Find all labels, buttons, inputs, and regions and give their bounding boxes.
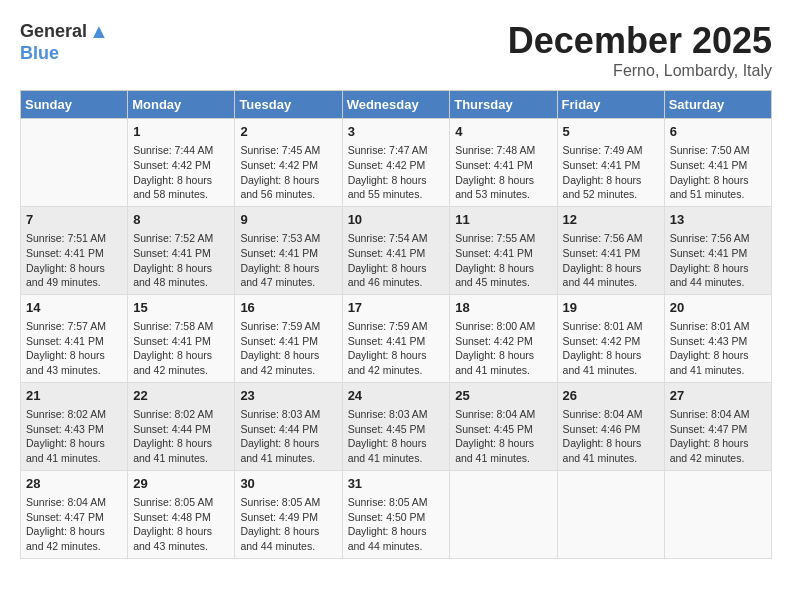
cell-info: Sunrise: 8:03 AMSunset: 4:45 PMDaylight:…: [348, 407, 445, 466]
cell-info: Sunrise: 7:52 AMSunset: 4:41 PMDaylight:…: [133, 231, 229, 290]
day-number: 6: [670, 123, 766, 141]
calendar-cell: 6Sunrise: 7:50 AMSunset: 4:41 PMDaylight…: [664, 119, 771, 207]
calendar-cell: 19Sunrise: 8:01 AMSunset: 4:42 PMDayligh…: [557, 294, 664, 382]
cell-info: Sunrise: 8:01 AMSunset: 4:42 PMDaylight:…: [563, 319, 659, 378]
calendar-cell: 17Sunrise: 7:59 AMSunset: 4:41 PMDayligh…: [342, 294, 450, 382]
day-number: 5: [563, 123, 659, 141]
calendar-cell: 26Sunrise: 8:04 AMSunset: 4:46 PMDayligh…: [557, 382, 664, 470]
day-number: 21: [26, 387, 122, 405]
calendar-cell: [664, 470, 771, 558]
calendar-cell: 11Sunrise: 7:55 AMSunset: 4:41 PMDayligh…: [450, 206, 557, 294]
day-number: 3: [348, 123, 445, 141]
calendar-cell: 15Sunrise: 7:58 AMSunset: 4:41 PMDayligh…: [128, 294, 235, 382]
cell-info: Sunrise: 7:57 AMSunset: 4:41 PMDaylight:…: [26, 319, 122, 378]
cell-info: Sunrise: 7:59 AMSunset: 4:41 PMDaylight:…: [240, 319, 336, 378]
calendar-week-row: 28Sunrise: 8:04 AMSunset: 4:47 PMDayligh…: [21, 470, 772, 558]
location-title: Ferno, Lombardy, Italy: [508, 62, 772, 80]
cell-info: Sunrise: 8:04 AMSunset: 4:45 PMDaylight:…: [455, 407, 551, 466]
calendar-week-row: 21Sunrise: 8:02 AMSunset: 4:43 PMDayligh…: [21, 382, 772, 470]
cell-info: Sunrise: 8:05 AMSunset: 4:48 PMDaylight:…: [133, 495, 229, 554]
day-number: 31: [348, 475, 445, 493]
weekday-header: Monday: [128, 91, 235, 119]
day-number: 2: [240, 123, 336, 141]
calendar-cell: 1Sunrise: 7:44 AMSunset: 4:42 PMDaylight…: [128, 119, 235, 207]
calendar-cell: 8Sunrise: 7:52 AMSunset: 4:41 PMDaylight…: [128, 206, 235, 294]
calendar-cell: 21Sunrise: 8:02 AMSunset: 4:43 PMDayligh…: [21, 382, 128, 470]
day-number: 20: [670, 299, 766, 317]
day-number: 9: [240, 211, 336, 229]
cell-info: Sunrise: 8:04 AMSunset: 4:46 PMDaylight:…: [563, 407, 659, 466]
page-header: General ▲ Blue December 2025 Ferno, Lomb…: [20, 20, 772, 80]
calendar-cell: 4Sunrise: 7:48 AMSunset: 4:41 PMDaylight…: [450, 119, 557, 207]
day-number: 27: [670, 387, 766, 405]
cell-info: Sunrise: 7:51 AMSunset: 4:41 PMDaylight:…: [26, 231, 122, 290]
day-number: 23: [240, 387, 336, 405]
calendar-cell: 24Sunrise: 8:03 AMSunset: 4:45 PMDayligh…: [342, 382, 450, 470]
calendar-cell: 31Sunrise: 8:05 AMSunset: 4:50 PMDayligh…: [342, 470, 450, 558]
weekday-header: Sunday: [21, 91, 128, 119]
day-number: 30: [240, 475, 336, 493]
calendar-cell: [557, 470, 664, 558]
day-number: 19: [563, 299, 659, 317]
cell-info: Sunrise: 7:56 AMSunset: 4:41 PMDaylight:…: [563, 231, 659, 290]
day-number: 18: [455, 299, 551, 317]
calendar-cell: 16Sunrise: 7:59 AMSunset: 4:41 PMDayligh…: [235, 294, 342, 382]
calendar-week-row: 7Sunrise: 7:51 AMSunset: 4:41 PMDaylight…: [21, 206, 772, 294]
calendar-table: SundayMondayTuesdayWednesdayThursdayFrid…: [20, 90, 772, 559]
cell-info: Sunrise: 7:59 AMSunset: 4:41 PMDaylight:…: [348, 319, 445, 378]
cell-info: Sunrise: 8:02 AMSunset: 4:44 PMDaylight:…: [133, 407, 229, 466]
day-number: 4: [455, 123, 551, 141]
calendar-cell: [450, 470, 557, 558]
logo-icon: ▲: [89, 20, 109, 43]
cell-info: Sunrise: 8:04 AMSunset: 4:47 PMDaylight:…: [670, 407, 766, 466]
cell-info: Sunrise: 7:58 AMSunset: 4:41 PMDaylight:…: [133, 319, 229, 378]
cell-info: Sunrise: 8:03 AMSunset: 4:44 PMDaylight:…: [240, 407, 336, 466]
calendar-cell: 13Sunrise: 7:56 AMSunset: 4:41 PMDayligh…: [664, 206, 771, 294]
calendar-cell: 2Sunrise: 7:45 AMSunset: 4:42 PMDaylight…: [235, 119, 342, 207]
calendar-cell: 18Sunrise: 8:00 AMSunset: 4:42 PMDayligh…: [450, 294, 557, 382]
cell-info: Sunrise: 7:53 AMSunset: 4:41 PMDaylight:…: [240, 231, 336, 290]
cell-info: Sunrise: 7:54 AMSunset: 4:41 PMDaylight:…: [348, 231, 445, 290]
logo-general-text: General: [20, 21, 87, 42]
calendar-cell: 20Sunrise: 8:01 AMSunset: 4:43 PMDayligh…: [664, 294, 771, 382]
cell-info: Sunrise: 7:48 AMSunset: 4:41 PMDaylight:…: [455, 143, 551, 202]
calendar-cell: 25Sunrise: 8:04 AMSunset: 4:45 PMDayligh…: [450, 382, 557, 470]
weekday-header: Friday: [557, 91, 664, 119]
day-number: 22: [133, 387, 229, 405]
day-number: 14: [26, 299, 122, 317]
cell-info: Sunrise: 8:05 AMSunset: 4:49 PMDaylight:…: [240, 495, 336, 554]
cell-info: Sunrise: 7:47 AMSunset: 4:42 PMDaylight:…: [348, 143, 445, 202]
day-number: 24: [348, 387, 445, 405]
calendar-header: SundayMondayTuesdayWednesdayThursdayFrid…: [21, 91, 772, 119]
logo-blue-text: Blue: [20, 43, 109, 64]
cell-info: Sunrise: 8:04 AMSunset: 4:47 PMDaylight:…: [26, 495, 122, 554]
cell-info: Sunrise: 7:44 AMSunset: 4:42 PMDaylight:…: [133, 143, 229, 202]
day-number: 28: [26, 475, 122, 493]
weekday-header: Tuesday: [235, 91, 342, 119]
cell-info: Sunrise: 7:56 AMSunset: 4:41 PMDaylight:…: [670, 231, 766, 290]
weekday-header: Thursday: [450, 91, 557, 119]
day-number: 1: [133, 123, 229, 141]
calendar-cell: 22Sunrise: 8:02 AMSunset: 4:44 PMDayligh…: [128, 382, 235, 470]
calendar-cell: 30Sunrise: 8:05 AMSunset: 4:49 PMDayligh…: [235, 470, 342, 558]
calendar-week-row: 1Sunrise: 7:44 AMSunset: 4:42 PMDaylight…: [21, 119, 772, 207]
calendar-cell: 5Sunrise: 7:49 AMSunset: 4:41 PMDaylight…: [557, 119, 664, 207]
day-number: 11: [455, 211, 551, 229]
calendar-cell: [21, 119, 128, 207]
title-block: December 2025 Ferno, Lombardy, Italy: [508, 20, 772, 80]
weekday-header: Saturday: [664, 91, 771, 119]
cell-info: Sunrise: 7:50 AMSunset: 4:41 PMDaylight:…: [670, 143, 766, 202]
day-number: 17: [348, 299, 445, 317]
cell-info: Sunrise: 8:01 AMSunset: 4:43 PMDaylight:…: [670, 319, 766, 378]
day-number: 7: [26, 211, 122, 229]
calendar-cell: 29Sunrise: 8:05 AMSunset: 4:48 PMDayligh…: [128, 470, 235, 558]
cell-info: Sunrise: 7:55 AMSunset: 4:41 PMDaylight:…: [455, 231, 551, 290]
cell-info: Sunrise: 8:05 AMSunset: 4:50 PMDaylight:…: [348, 495, 445, 554]
cell-info: Sunrise: 8:02 AMSunset: 4:43 PMDaylight:…: [26, 407, 122, 466]
day-number: 10: [348, 211, 445, 229]
month-title: December 2025: [508, 20, 772, 62]
cell-info: Sunrise: 8:00 AMSunset: 4:42 PMDaylight:…: [455, 319, 551, 378]
day-number: 8: [133, 211, 229, 229]
day-number: 25: [455, 387, 551, 405]
day-number: 26: [563, 387, 659, 405]
